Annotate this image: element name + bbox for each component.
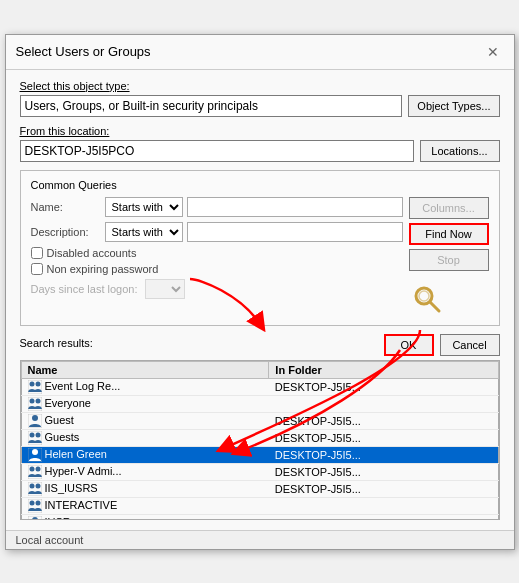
folder-cell: DESKTOP-J5I5... xyxy=(269,412,498,429)
svg-point-2 xyxy=(419,291,429,301)
disabled-accounts-checkbox[interactable] xyxy=(31,247,43,259)
object-type-section: Select this object type: Object Types... xyxy=(20,80,500,117)
folder-cell xyxy=(269,395,498,412)
name-cell: Event Log Re... xyxy=(21,378,269,395)
folder-cell xyxy=(269,515,498,520)
svg-point-20 xyxy=(29,484,34,489)
cancel-button[interactable]: Cancel xyxy=(440,334,500,356)
status-bar: Local account xyxy=(6,530,514,549)
disabled-accounts-label: Disabled accounts xyxy=(47,247,137,259)
table-row[interactable]: IIS_IUSRSDESKTOP-J5I5... xyxy=(21,481,498,498)
table-row[interactable]: Hyper-V Admi...DESKTOP-J5I5... xyxy=(21,463,498,480)
common-queries-box: Common Queries Name: Starts with Descrip… xyxy=(20,170,500,326)
search-results-label: Search results: xyxy=(20,337,93,349)
common-queries-title: Common Queries xyxy=(31,179,489,191)
svg-point-7 xyxy=(29,398,34,403)
location-input xyxy=(20,140,414,162)
name-cell: IUSR xyxy=(21,515,269,520)
close-button[interactable]: ✕ xyxy=(482,41,504,63)
svg-point-4 xyxy=(29,381,34,386)
svg-line-1 xyxy=(430,302,439,311)
non-expiring-checkbox[interactable] xyxy=(31,263,43,275)
days-select xyxy=(145,279,185,299)
name-cell: INTERACTIVE xyxy=(21,498,269,515)
svg-point-17 xyxy=(29,467,34,472)
folder-column-header: In Folder xyxy=(269,361,498,378)
name-cell: Guests xyxy=(21,429,269,446)
folder-cell: DESKTOP-J5I5... xyxy=(269,429,498,446)
svg-point-24 xyxy=(35,501,40,506)
svg-point-8 xyxy=(35,398,40,403)
svg-point-12 xyxy=(29,432,34,437)
name-cell: Guest xyxy=(21,412,269,429)
title-bar: Select Users or Groups ✕ xyxy=(6,35,514,70)
name-cell: IIS_IUSRS xyxy=(21,481,269,498)
svg-point-18 xyxy=(35,467,40,472)
svg-point-15 xyxy=(32,449,38,455)
status-text: Local account xyxy=(16,534,84,546)
find-now-button[interactable]: Find Now xyxy=(409,223,489,245)
table-row[interactable]: GuestsDESKTOP-J5I5... xyxy=(21,429,498,446)
table-row[interactable]: Event Log Re...DESKTOP-J5I5... xyxy=(21,378,498,395)
desc-query-input[interactable] xyxy=(187,222,403,242)
days-label: Days since last logon: xyxy=(31,283,141,295)
name-cell: Helen Green xyxy=(21,446,269,463)
svg-point-26 xyxy=(32,517,38,519)
location-label: From this location: xyxy=(20,125,500,137)
search-results-section: Search results: OK Cancel xyxy=(20,334,500,520)
name-starts-select[interactable]: Starts with xyxy=(105,197,183,217)
location-section: From this location: Locations... xyxy=(20,125,500,162)
folder-cell xyxy=(269,498,498,515)
table-row[interactable]: IUSR xyxy=(21,515,498,520)
name-query-label: Name: xyxy=(31,201,101,213)
results-table-container[interactable]: Name In Folder Event Log Re...DESKTOP-J5… xyxy=(20,360,500,520)
table-row[interactable]: GuestDESKTOP-J5I5... xyxy=(21,412,498,429)
results-table: Name In Folder Event Log Re...DESKTOP-J5… xyxy=(21,361,499,520)
object-type-label: Select this object type: xyxy=(20,80,500,92)
desc-starts-select[interactable]: Starts with xyxy=(105,222,183,242)
desc-query-label: Description: xyxy=(31,226,101,238)
table-row[interactable]: Everyone xyxy=(21,395,498,412)
locations-button[interactable]: Locations... xyxy=(420,140,500,162)
dialog-title: Select Users or Groups xyxy=(16,44,151,59)
folder-cell: DESKTOP-J5I5... xyxy=(269,463,498,480)
name-cell: Everyone xyxy=(21,395,269,412)
table-row[interactable]: Helen GreenDESKTOP-J5I5... xyxy=(21,446,498,463)
object-types-button[interactable]: Object Types... xyxy=(408,95,499,117)
select-users-dialog: Select Users or Groups ✕ Select this obj… xyxy=(5,34,515,550)
svg-point-23 xyxy=(29,501,34,506)
name-query-input[interactable] xyxy=(187,197,403,217)
folder-cell: DESKTOP-J5I5... xyxy=(269,446,498,463)
ok-button[interactable]: OK xyxy=(384,334,434,356)
table-row[interactable]: INTERACTIVE xyxy=(21,498,498,515)
svg-point-5 xyxy=(35,381,40,386)
columns-button[interactable]: Columns... xyxy=(409,197,489,219)
non-expiring-label: Non expiring password xyxy=(47,263,159,275)
name-column-header: Name xyxy=(21,361,269,378)
name-cell: Hyper-V Admi... xyxy=(21,463,269,480)
search-icon xyxy=(409,281,445,317)
folder-cell: DESKTOP-J5I5... xyxy=(269,378,498,395)
stop-button[interactable]: Stop xyxy=(409,249,489,271)
svg-point-13 xyxy=(35,432,40,437)
svg-point-21 xyxy=(35,484,40,489)
object-type-input xyxy=(20,95,403,117)
svg-point-10 xyxy=(32,415,38,421)
folder-cell: DESKTOP-J5I5... xyxy=(269,481,498,498)
